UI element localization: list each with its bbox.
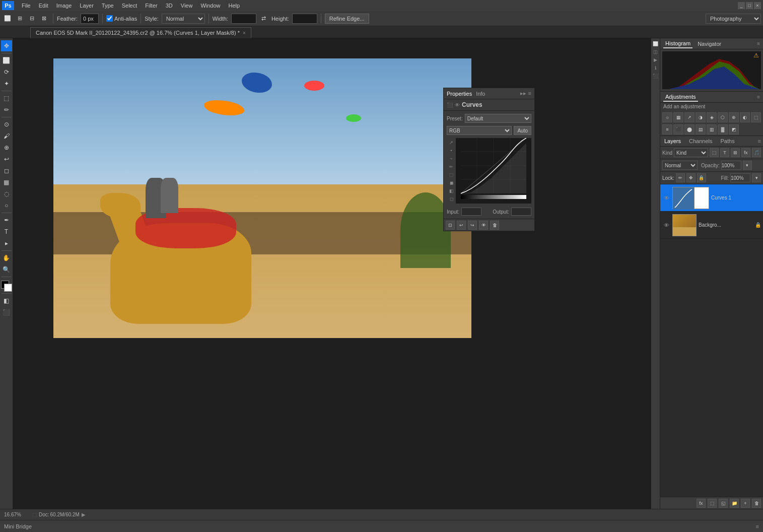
menu-layer[interactable]: Layer <box>76 2 97 10</box>
quick-mask-btn[interactable]: ◧ <box>1 295 12 306</box>
color-lookup-btn[interactable]: ⬛ <box>673 124 683 135</box>
curves-midtone-tool[interactable]: ◧ <box>448 187 455 194</box>
lock-pixels-btn[interactable]: ✏ <box>676 173 685 182</box>
histogram-expand-icon[interactable]: ≡ <box>757 41 760 46</box>
input-value[interactable] <box>461 208 481 216</box>
right-tool-4[interactable]: ℹ <box>652 64 659 72</box>
document-tab[interactable]: Canon EOS 5D Mark II_20120122_24395.cr2 … <box>30 27 251 38</box>
visibility-btn[interactable]: 👁 <box>479 221 488 230</box>
close-button[interactable]: × <box>754 2 761 9</box>
opacity-input[interactable] <box>721 161 741 170</box>
curves-shadow-tool[interactable]: ◼ <box>448 179 455 186</box>
kind-filter-5[interactable]: 🎵 <box>752 148 761 157</box>
panel-expand-icon[interactable]: ▸▸ <box>520 90 526 97</box>
menu-image[interactable]: Image <box>53 2 76 10</box>
menu-window[interactable]: Window <box>197 2 224 10</box>
invert-btn[interactable]: ⬤ <box>684 124 695 135</box>
curves-edit-tool[interactable]: ↗ <box>448 139 455 146</box>
rectangular-marquee-tool[interactable]: ⬜ <box>1 55 12 66</box>
menu-filter[interactable]: Filter <box>142 2 161 10</box>
levels-btn[interactable]: ▦ <box>673 112 683 122</box>
zoom-tool[interactable]: 🔍 <box>1 264 12 275</box>
tab-close-btn[interactable]: × <box>243 30 246 36</box>
delete-btn[interactable]: 🗑 <box>490 221 499 230</box>
gradient-map-btn[interactable]: ▓ <box>718 124 728 135</box>
right-tool-1[interactable]: ⬜ <box>652 40 659 47</box>
hand-tool[interactable]: ✋ <box>1 252 12 263</box>
photo-filter-btn[interactable]: ⬚ <box>751 112 761 122</box>
kind-filter-1[interactable]: ⬚ <box>710 148 719 157</box>
brush-tool[interactable]: 🖌 <box>1 130 12 142</box>
brightness-contrast-btn[interactable]: ☼ <box>662 112 672 122</box>
paths-tab[interactable]: Paths <box>717 136 739 146</box>
curves-btn[interactable]: ↗ <box>684 112 695 122</box>
gradient-tool[interactable]: ▦ <box>1 177 12 188</box>
menu-3d[interactable]: 3D <box>162 2 176 10</box>
delete-layer-btn[interactable]: 🗑 <box>752 499 761 508</box>
right-tool-2[interactable]: ◫ <box>652 48 659 55</box>
feather-input[interactable] <box>81 14 99 24</box>
foreground-background-colors[interactable] <box>1 281 12 292</box>
new-group-btn[interactable]: 📁 <box>730 499 739 508</box>
right-tool-5[interactable]: ⬛ <box>652 73 659 80</box>
clone-stamp-tool[interactable]: ⊕ <box>1 142 12 153</box>
eraser-tool[interactable]: ◻ <box>1 165 12 176</box>
preset-select[interactable]: Default Strong Contrast Custom <box>465 114 531 123</box>
swap-wh-btn[interactable]: ⇄ <box>258 13 269 24</box>
channel-mixer-btn[interactable]: ≡ <box>662 124 672 135</box>
redo-btn[interactable]: ↪ <box>468 221 477 230</box>
output-value[interactable] <box>511 208 531 216</box>
add-style-btn[interactable]: ⬚ <box>708 499 717 508</box>
curves-pencil-tool[interactable]: ✏ <box>448 163 455 170</box>
new-selection-btn[interactable]: ⬜ <box>2 13 13 24</box>
fill-down-btn[interactable]: ▾ <box>752 173 761 182</box>
path-selection-tool[interactable]: ▸ <box>1 238 12 249</box>
kind-filter-4[interactable]: fx <box>741 148 750 157</box>
background-layer[interactable]: 👁 Backgro... 🔒 <box>660 212 763 239</box>
subtract-selection-btn[interactable]: ⊟ <box>26 13 37 24</box>
menu-edit[interactable]: Edit <box>35 2 52 10</box>
histogram-tab[interactable]: Histogram <box>663 39 692 48</box>
reset-btn[interactable]: ⊡ <box>446 221 455 230</box>
dodge-tool[interactable]: ○ <box>1 200 12 211</box>
mini-bridge-expand-icon[interactable]: ≡ <box>756 523 759 529</box>
navigator-tab[interactable]: Navigator <box>696 40 723 48</box>
style-select[interactable]: Normal Fixed Ratio Fixed Size <box>162 14 205 24</box>
link-layers-btn[interactable]: fx <box>697 499 706 508</box>
add-mask-btn[interactable]: ◱ <box>719 499 728 508</box>
menu-view[interactable]: View <box>177 2 196 10</box>
kind-filter-2[interactable]: T <box>720 148 729 157</box>
antialias-checkbox[interactable] <box>106 15 113 22</box>
crop-tool[interactable]: ⬚ <box>1 93 12 104</box>
refine-edge-button[interactable]: Refine Edge... <box>325 14 369 24</box>
background-color[interactable] <box>4 284 12 292</box>
history-brush-tool[interactable]: ↩ <box>1 154 12 165</box>
curves-1-visibility[interactable]: 👁 <box>662 194 670 202</box>
kind-select[interactable]: Kind Name <box>674 148 708 157</box>
vibrance-btn[interactable]: ◈ <box>707 112 717 122</box>
menu-help[interactable]: Help <box>225 2 244 10</box>
screen-mode-btn[interactable]: ⬛ <box>1 307 12 318</box>
undo-btn[interactable]: ↩ <box>457 221 466 230</box>
lock-all-btn[interactable]: 🔒 <box>697 173 706 182</box>
lasso-tool[interactable]: ⟳ <box>1 66 12 78</box>
eyedropper-tool[interactable]: ✏ <box>1 104 12 115</box>
right-tool-3[interactable]: ▶ <box>652 56 659 63</box>
curves-smooth-tool[interactable]: ~ <box>448 155 455 162</box>
width-input[interactable] <box>231 14 256 24</box>
posterize-btn[interactable]: ▤ <box>696 124 706 135</box>
kind-filter-3[interactable]: ⊞ <box>731 148 740 157</box>
channel-select[interactable]: RGB Red Green Blue <box>447 126 512 135</box>
pen-tool[interactable]: ✒ <box>1 215 12 226</box>
quick-select-tool[interactable]: ✦ <box>1 78 12 89</box>
menu-select[interactable]: Select <box>118 2 141 10</box>
menu-file[interactable]: File <box>18 2 34 10</box>
layers-tab[interactable]: Layers <box>660 136 685 146</box>
move-tool[interactable]: ✥ <box>1 40 12 51</box>
blend-mode-select[interactable]: Normal Multiply Screen Overlay <box>662 161 698 170</box>
hue-saturation-btn[interactable]: ⬡ <box>718 112 728 122</box>
fill-input[interactable] <box>730 173 750 182</box>
text-tool[interactable]: T <box>1 226 12 237</box>
add-selection-btn[interactable]: ⊞ <box>14 13 25 24</box>
curves-1-layer[interactable]: 👁 Curves 1 <box>660 184 763 212</box>
